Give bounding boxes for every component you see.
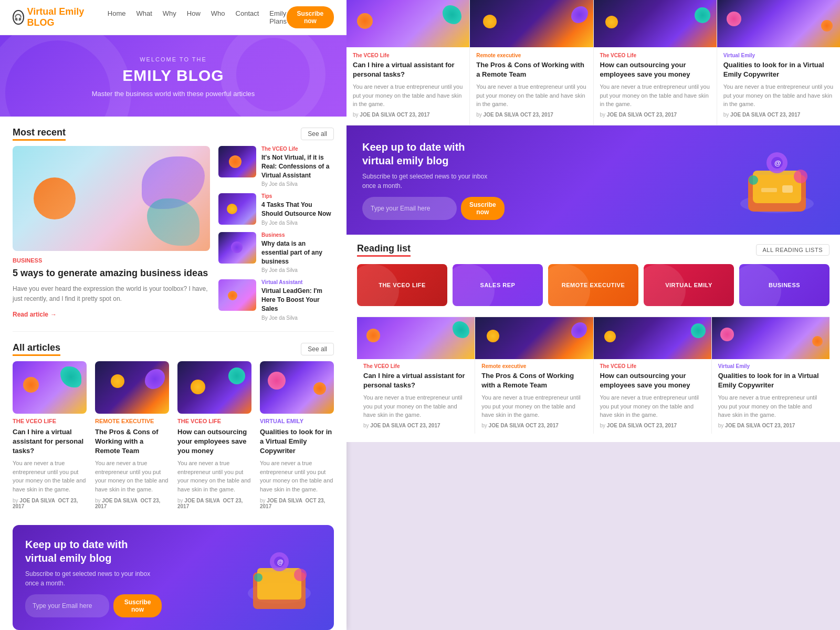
top-card-meta-0: by JOE DA SILVA OCT 23, 2017: [353, 112, 463, 118]
nav-who[interactable]: Who: [211, 9, 225, 25]
grid-meta-1: by JOE DA SILVA OCT 23, 2017: [95, 498, 169, 509]
side-article-0[interactable]: The VCEO Life It's Not Virtual, if it is…: [218, 146, 334, 187]
featured-read-more[interactable]: Read article →: [13, 311, 57, 318]
hero-banner: WELCOME TO THE EMILY BLOG Master the bus…: [0, 35, 346, 117]
top-card-0[interactable]: The VCEO Life Can I hire a virtual assis…: [346, 0, 470, 125]
featured-category: Business: [13, 257, 210, 264]
top-card-excerpt-0: You are never a true entrepreneur until …: [353, 82, 463, 109]
bottom-card-0[interactable]: The VCEO Life Can I hire a virtual assis…: [357, 317, 475, 434]
most-recent-header: Most recent See all: [0, 117, 346, 146]
top-card-meta-3: by JOE DA SILVA OCT 23, 2017: [723, 112, 834, 118]
bottom-card-1[interactable]: Remote executive The Pros & Cons of Work…: [475, 317, 593, 434]
reading-cat-virtual[interactable]: VIRTUAL EMILY: [644, 264, 734, 306]
top-card-body-3: Virtual Emily Qualities to look for in a…: [717, 47, 840, 125]
nav-why[interactable]: Why: [163, 9, 176, 25]
grid-article-3[interactable]: Virtual Emily Qualities to look for in a…: [260, 361, 334, 510]
newsletter-title: Keep up to date with virtual emily blog: [25, 538, 162, 565]
top-card-img-2: [594, 0, 717, 47]
side-article-title-2: Why data is an essential part of any bus…: [261, 239, 334, 266]
grid-excerpt-1: You are never a true entrepreneur until …: [95, 459, 169, 494]
side-article-author-2: By Joe da Silva: [261, 267, 334, 273]
reading-cat-sales-label: SALES REP: [480, 282, 516, 288]
nav-contact[interactable]: Contact: [236, 9, 259, 25]
top-card-3[interactable]: Virtual Emily Qualities to look for in a…: [717, 0, 840, 125]
newsletter-subscribe-button[interactable]: Suscribe now: [113, 594, 162, 617]
newsletter-right-subscribe-button[interactable]: Suscribe now: [461, 197, 505, 220]
bottom-card-body-1: Remote executive The Pros & Cons of Work…: [475, 363, 593, 428]
side-article-img-0: [218, 146, 256, 177]
reading-cat-virtual-label: VIRTUAL EMILY: [665, 282, 712, 288]
navigation: 🎧 Virtual Emily BLOG Home What Why How W…: [0, 0, 346, 35]
svg-point-15: [749, 175, 758, 185]
svg-rect-16: [782, 185, 793, 193]
side-articles-list: The VCEO Life It's Not Virtual, if it is…: [218, 146, 334, 321]
side-article-category-2: Business: [261, 232, 334, 238]
all-reading-lists-button[interactable]: ALL READING LISTS: [756, 244, 830, 256]
reading-cat-business[interactable]: BUSINESS: [739, 264, 830, 306]
bottom-card-3[interactable]: Virtual Emily Qualities to look for in a…: [712, 317, 830, 434]
newsletter-text: Keep up to date with virtual emily blog …: [25, 538, 162, 617]
side-article-3[interactable]: Virtual Assistant Virtual LeadGen: I'm H…: [218, 279, 334, 320]
side-article-1[interactable]: Tips 4 Tasks That You Should Outsource N…: [218, 193, 334, 226]
top-card-excerpt-3: You are never a true entrepreneur until …: [723, 82, 834, 109]
side-article-author-0: By Joe da Silva: [261, 181, 334, 187]
bottom-card-meta-1: by JOE DA SILVA OCT 23, 2017: [481, 423, 586, 428]
nav-links: Home What Why How Who Contact Emily Plan…: [108, 9, 287, 25]
subscribe-button[interactable]: Suscribe now: [287, 6, 334, 28]
grid-category-2: The VCEO Life: [177, 418, 251, 424]
grid-meta-2: by JOE DA SILVA OCT 23, 2017: [177, 498, 251, 509]
top-card-meta-1: by JOE DA SILVA OCT 23, 2017: [476, 112, 586, 118]
grid-title-2: How can outsourcing your employees save …: [177, 427, 251, 456]
bottom-card-excerpt-1: You are never a true entrepreneur until …: [481, 393, 586, 419]
newsletter-right-subtitle: Subscribe to get selected news to your i…: [362, 172, 499, 191]
top-card-category-2: The VCEO Life: [600, 52, 710, 58]
grid-article-1[interactable]: Remote executive The Pros & Cons of Work…: [95, 361, 169, 510]
top-card-1[interactable]: Remote executive The Pros & Cons of Work…: [470, 0, 593, 125]
top-card-2[interactable]: The VCEO Life How can outsourcing your e…: [594, 0, 717, 125]
grid-article-0[interactable]: The VCEO Life Can I hire a virtual assis…: [13, 361, 87, 510]
grid-category-0: The VCEO Life: [13, 418, 87, 424]
reading-cat-remote[interactable]: REMOTE EXECUTIVE: [548, 264, 638, 306]
bottom-card-body-3: Virtual Emily Qualities to look for in a…: [712, 363, 830, 428]
reading-cat-remote-label: REMOTE EXECUTIVE: [562, 282, 625, 288]
all-articles-see-all[interactable]: See all: [301, 343, 334, 355]
bottom-card-img-3: [712, 317, 830, 359]
reading-cat-business-label: BUSINESS: [769, 282, 800, 288]
hero-welcome: WELCOME TO THE: [13, 56, 334, 62]
side-article-category-1: Tips: [261, 193, 334, 199]
reading-cat-vceo[interactable]: THE VCEO LIFE: [357, 264, 447, 306]
side-article-2[interactable]: Business Why data is an essential part o…: [218, 232, 334, 273]
bottom-card-body-0: The VCEO Life Can I hire a virtual assis…: [357, 363, 475, 428]
side-article-author-3: By Joe da Silva: [261, 315, 334, 321]
hero-subtitle: Master the business world with these pow…: [13, 90, 334, 98]
side-article-title-0: It's Not Virtual, if it is Real: Confess…: [261, 153, 334, 180]
nav-home[interactable]: Home: [108, 9, 126, 25]
newsletter-email-input[interactable]: [25, 594, 109, 617]
grid-article-2[interactable]: The VCEO Life How can outsourcing your e…: [177, 361, 251, 510]
newsletter-right-decoration: @: [730, 146, 824, 214]
bottom-card-img-0: [357, 317, 475, 359]
newsletter-right-email-input[interactable]: [362, 197, 457, 220]
top-card-body-0: The VCEO Life Can I hire a virtual assis…: [346, 47, 469, 125]
grid-excerpt-2: You are never a true entrepreneur until …: [177, 459, 251, 494]
side-article-info-2: Business Why data is an essential part o…: [261, 232, 334, 273]
grid-article-img-2: [177, 361, 251, 414]
svg-point-7: [254, 573, 262, 582]
bottom-card-2[interactable]: The VCEO Life How can outsourcing your e…: [594, 317, 712, 434]
grid-meta-3: by JOE DA SILVA OCT 23, 2017: [260, 498, 334, 509]
featured-article: Business 5 ways to generate amazing busi…: [13, 146, 210, 321]
grid-title-3: Qualities to look for in a Virtual Emily…: [260, 427, 334, 456]
nav-how[interactable]: How: [187, 9, 201, 25]
nav-emily-plans[interactable]: Emily Plans: [269, 9, 287, 25]
side-article-info-0: The VCEO Life It's Not Virtual, if it is…: [261, 146, 334, 187]
top-card-category-1: Remote executive: [476, 52, 586, 58]
most-recent-title: Most recent: [13, 127, 66, 141]
site-logo[interactable]: 🎧 Virtual Emily BLOG: [13, 6, 91, 28]
grid-excerpt-3: You are never a true entrepreneur until …: [260, 459, 334, 494]
grid-article-img-0: [13, 361, 87, 414]
side-article-category-3: Virtual Assistant: [261, 279, 334, 285]
most-recent-see-all[interactable]: See all: [301, 128, 334, 140]
reading-cat-sales[interactable]: SALES REP: [453, 264, 543, 306]
side-article-info-3: Virtual Assistant Virtual LeadGen: I'm H…: [261, 279, 334, 320]
nav-what[interactable]: What: [136, 9, 152, 25]
